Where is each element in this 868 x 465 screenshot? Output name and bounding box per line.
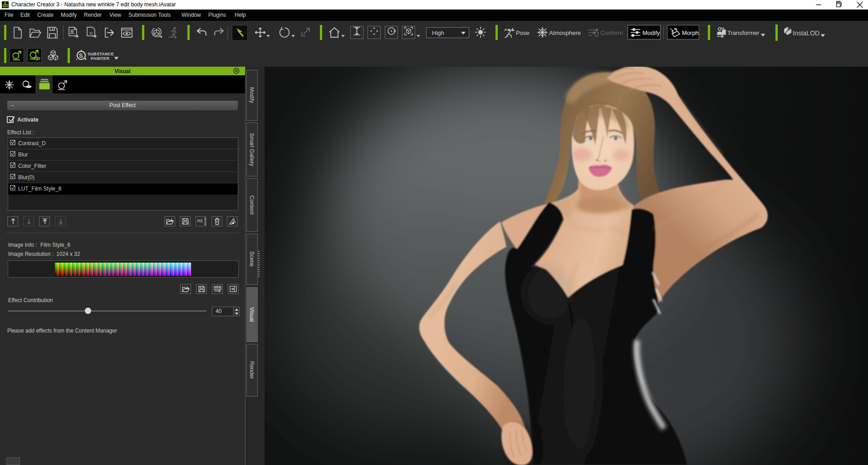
svg-text:IC: IC [89,31,93,35]
svg-text:S: S [79,52,83,59]
